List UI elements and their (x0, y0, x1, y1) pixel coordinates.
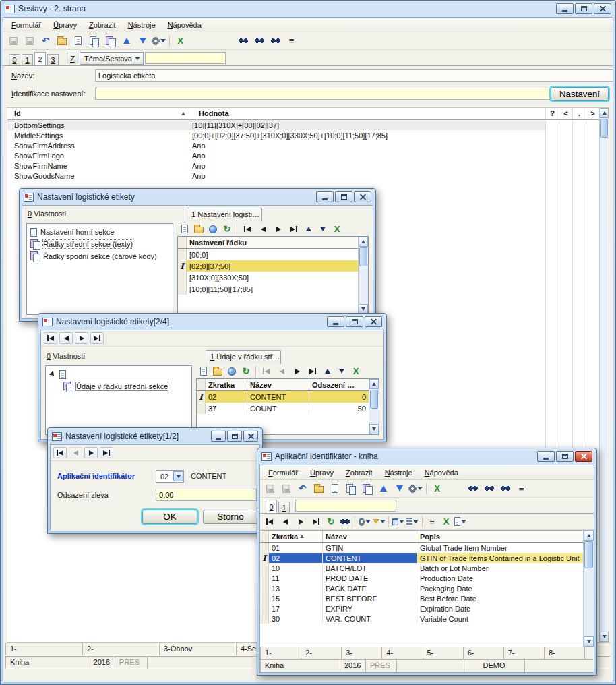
excel-export-button[interactable]: X (331, 224, 343, 235)
list-button[interactable]: ≡ (284, 34, 299, 48)
col-zkratka[interactable]: Zkratka (206, 379, 247, 390)
menu-nastroje[interactable]: Nástroje (379, 467, 418, 479)
menu-napoveda[interactable]: Nápověda (162, 19, 207, 31)
scroll-up-button[interactable] (584, 531, 594, 541)
tab-2[interactable]: 2 (34, 52, 46, 65)
scroll-down-button[interactable] (369, 424, 379, 434)
vlastnosti-label[interactable]: 0 Vlastnosti (28, 210, 66, 218)
grid-row[interactable]: 15 BEST BEFORE Best Before Date (260, 593, 583, 603)
menu-formular[interactable]: Formulář (263, 467, 303, 479)
minimize-button[interactable] (556, 3, 574, 14)
globe-button[interactable] (226, 366, 238, 377)
move-down-button[interactable] (392, 482, 406, 496)
titlebar[interactable]: Aplikační identifikátor - kniha (257, 448, 596, 465)
list-button[interactable]: ≡ (426, 516, 438, 527)
move-row-up-button[interactable] (303, 224, 315, 235)
previous-record-button[interactable] (278, 516, 292, 527)
next-record-button[interactable] (290, 365, 304, 377)
grid-row-selected[interactable]: I 02 CONTENT GTIN of Trade Items Contain… (260, 553, 583, 563)
grid-row[interactable]: 11 PROD DATE Production Date (260, 573, 583, 583)
new-button[interactable] (328, 482, 342, 496)
next-record-button[interactable] (272, 223, 285, 235)
col-nazev[interactable]: Název (247, 379, 309, 390)
find-next-button[interactable] (482, 482, 496, 496)
scroll-down-button[interactable] (584, 636, 594, 647)
next-record-button[interactable] (84, 447, 98, 458)
copy-button[interactable] (344, 482, 358, 496)
menu-nastroje[interactable]: Nástroje (123, 19, 161, 31)
new-button[interactable] (71, 34, 85, 48)
scroll-up-button[interactable] (359, 237, 368, 247)
move-down-button[interactable] (135, 34, 150, 48)
move-row-down-button[interactable] (317, 224, 329, 235)
col-nazev[interactable]: Název (323, 531, 417, 542)
view-dropdown-button[interactable] (392, 516, 404, 527)
sort-dropdown-button[interactable] (406, 516, 419, 527)
col-zkratka[interactable]: Zkratka (269, 531, 323, 542)
menu-upravy[interactable]: Úpravy (48, 19, 82, 31)
settings-dropdown-button[interactable] (408, 482, 423, 496)
find-advanced-button[interactable] (268, 34, 282, 48)
excel-export-button[interactable]: X (350, 366, 362, 377)
identifikace-input[interactable] (95, 88, 559, 100)
open-button[interactable] (193, 224, 205, 235)
last-record-button[interactable] (90, 332, 104, 344)
close-button[interactable] (243, 431, 258, 442)
grid-row[interactable]: 13 PACK DATE Packaging Date (260, 583, 583, 593)
scroll-thumb[interactable] (600, 119, 608, 138)
grid-row-selected[interactable]: I [02;0][37;50] (178, 260, 358, 272)
save-button[interactable] (6, 34, 20, 48)
tab-0[interactable]: 0 (266, 500, 277, 513)
delete-button[interactable]: X (173, 34, 187, 48)
refresh-button[interactable]: ↻ (221, 224, 233, 235)
delete-button[interactable]: X (430, 482, 444, 496)
maximize-button[interactable] (335, 191, 352, 202)
quick-filter-input[interactable] (145, 52, 226, 64)
maximize-button[interactable] (556, 451, 574, 462)
titlebar[interactable]: Nastavení logistické etikety[2/4] (38, 314, 386, 330)
open-button[interactable] (212, 366, 224, 377)
move-up-button[interactable] (119, 34, 133, 48)
minimize-button[interactable] (316, 191, 334, 202)
tab-1[interactable]: 1 (22, 54, 33, 65)
close-button[interactable] (365, 316, 382, 327)
find-button[interactable] (466, 482, 480, 496)
nastaveni-button[interactable]: Nastavení (551, 87, 609, 101)
documents-button[interactable] (360, 482, 374, 496)
grid-row[interactable]: 30 VAR. COUNT Variable Count (260, 614, 583, 624)
minimize-button[interactable] (327, 316, 344, 327)
previous-record-button[interactable] (256, 223, 270, 235)
table-row[interactable]: MiddleSettings[00;0]+[02;0][37;50]+[310X… (7, 130, 545, 140)
col-odsazeni[interactable]: Odsazení … (309, 379, 369, 390)
minimize-button[interactable] (211, 431, 226, 442)
last-record-button[interactable] (306, 365, 319, 377)
previous-record-button[interactable] (59, 332, 73, 344)
move-up-button[interactable] (376, 482, 390, 496)
menu-napoveda[interactable]: Nápověda (419, 467, 464, 479)
titlebar[interactable]: Nastavení logistické etikety (20, 189, 375, 205)
next-record-button[interactable] (75, 332, 88, 344)
tab-1[interactable]: 1 (278, 502, 290, 513)
first-record-button[interactable] (263, 516, 276, 527)
tree-root[interactable] (47, 368, 190, 380)
minimize-button[interactable] (537, 451, 555, 462)
combobox-dropdown-button[interactable] (173, 471, 183, 481)
refresh-button[interactable]: ↻ (325, 516, 337, 527)
table-row[interactable]: ShowGoodsNameAno (7, 171, 545, 181)
move-row-up-button[interactable] (321, 366, 334, 377)
tab-udaje-v-radku[interactable]: 1 Údaje v řádku stř… (206, 350, 281, 364)
table-row[interactable]: ShowFirmNameAno (7, 160, 545, 171)
scroll-thumb[interactable] (370, 390, 378, 409)
tab-0[interactable]: 0 (9, 54, 20, 65)
identifier-combobox[interactable]: 02 (156, 470, 184, 483)
save-edit-button[interactable] (22, 34, 36, 48)
grid-scrollbar[interactable] (358, 237, 368, 314)
scroll-thumb[interactable] (359, 247, 367, 266)
last-record-button[interactable] (287, 223, 301, 235)
theme-combobox[interactable]: Téma/Sestava (80, 52, 144, 65)
report-dropdown-button[interactable] (454, 516, 466, 527)
close-button[interactable] (575, 451, 592, 462)
odsazeni-input[interactable] (156, 489, 257, 501)
grid-row[interactable]: [10;0][11;50][17;85] (178, 283, 358, 295)
tree-item-spodni-sekce[interactable]: Řádky spodní sekce (čárové kódy) (28, 250, 171, 262)
